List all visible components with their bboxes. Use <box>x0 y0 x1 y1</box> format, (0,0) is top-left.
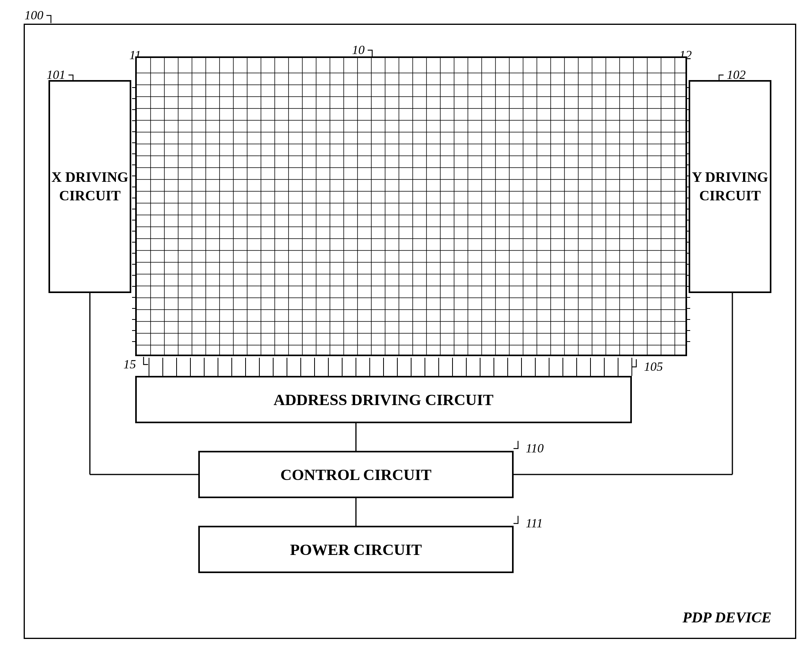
ref-10: 10 ┐ <box>352 43 377 57</box>
pdp-panel <box>135 56 687 356</box>
control-circuit: CONTROL CIRCUIT <box>198 451 514 498</box>
pdp-device-label: PDP DEVICE <box>682 609 771 626</box>
ref-111: ┘ 111 <box>514 516 543 530</box>
outer-ref: 100 ┐ <box>24 8 56 22</box>
address-driving-circuit: ADDRESS DRIVING CIRCUIT <box>135 376 632 423</box>
x-driving-circuit: X DRIVING CIRCUIT <box>48 80 131 293</box>
y-driving-circuit: Y DRIVING CIRCUIT <box>689 80 771 293</box>
grid-svg <box>137 58 685 355</box>
outer-container: 101 ┐ 11 10 ┐ 12 ┌ 102 15 └ ┘ 105 ┘ 110 … <box>24 24 796 639</box>
power-circuit: POWER CIRCUIT <box>198 526 514 573</box>
ref-110: ┘ 110 <box>514 441 544 456</box>
ref-105: ┘ 105 <box>632 359 663 374</box>
ref-15: 15 └ <box>123 357 148 372</box>
